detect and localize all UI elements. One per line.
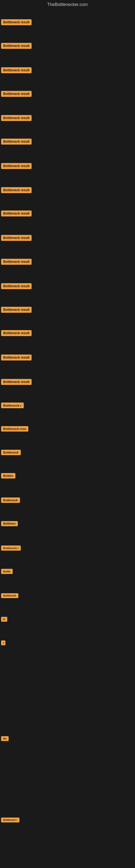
bottleneck-item-1[interactable]: Bottleneck result [1,19,32,26]
bottleneck-badge-17: Bottleneck r [1,403,24,408]
bottleneck-badge-14: Bottleneck result [1,330,32,336]
bottleneck-item-2[interactable]: Bottleneck result [1,43,32,50]
bottleneck-item-3[interactable]: Bottleneck result [1,67,32,74]
bottleneck-badge-11: Bottleneck result [1,259,32,265]
bottleneck-item-27[interactable]: I [1,641,5,646]
bottleneck-badge-3: Bottleneck result [1,67,32,73]
bottleneck-badge-7: Bottleneck result [1,163,32,169]
bottleneck-item-16[interactable]: Bottleneck result [1,379,32,386]
bottleneck-badge-2: Bottleneck result [1,43,32,49]
bottleneck-item-14[interactable]: Bottleneck result [1,330,32,337]
bottleneck-item-7[interactable]: Bottleneck result [1,163,32,170]
bottleneck-item-6[interactable]: Bottleneck result [1,138,32,146]
bottleneck-badge-12: Bottleneck result [1,283,32,289]
bottleneck-badge-13: Bottleneck result [1,307,32,313]
bottleneck-item-4[interactable]: Bottleneck result [1,91,32,98]
bottleneck-badge-9: Bottleneck result [1,211,32,216]
bottleneck-badge-19: Bottleneck [1,450,21,455]
bottleneck-badge-29: Bottleneck r [1,817,19,823]
bottleneck-badge-25: Bottleneck [1,593,18,598]
bottleneck-badge-20: Bottlen [1,473,15,478]
bottleneck-badge-5: Bottleneck result [1,115,32,121]
bottleneck-item-12[interactable]: Bottleneck result [1,283,32,290]
bottleneck-badge-18: Bottleneck resu [1,426,28,432]
bottleneck-item-9[interactable]: Bottleneck result [1,211,32,218]
bottleneck-item-19[interactable]: Bottleneck [1,450,21,456]
bottleneck-badge-15: Bottleneck result [1,354,32,361]
bottleneck-item-26[interactable]: B [1,617,7,623]
bottleneck-badge-22: Bottlenec [1,521,18,526]
bottleneck-item-5[interactable]: Bottleneck result [1,115,32,122]
bottleneck-item-21[interactable]: Bottleneck [1,497,20,504]
bottleneck-item-22[interactable]: Bottlenec [1,521,18,527]
bottleneck-badge-24: Bottle [1,569,13,574]
bottleneck-badge-8: Bottleneck result [1,187,32,193]
bottleneck-item-20[interactable]: Bottlen [1,473,15,479]
bottleneck-item-25[interactable]: Bottleneck [1,593,18,599]
site-title: TheBottlenecker.com [0,0,135,9]
bottleneck-badge-27: I [1,641,5,645]
bottleneck-item-13[interactable]: Bottleneck result [1,307,32,314]
bottleneck-badge-6: Bottleneck result [1,138,32,145]
bottleneck-badge-16: Bottleneck result [1,379,32,385]
bottleneck-badge-23: Bottleneck r [1,546,21,551]
bottleneck-item-23[interactable]: Bottleneck r [1,546,21,552]
bottleneck-item-11[interactable]: Bottleneck result [1,259,32,266]
bottleneck-item-28[interactable]: Bo [1,736,9,742]
bottleneck-item-15[interactable]: Bottleneck result [1,354,32,362]
bottleneck-item-8[interactable]: Bottleneck result [1,187,32,194]
bottleneck-badge-10: Bottleneck result [1,235,32,241]
bottleneck-badge-26: B [1,617,7,622]
bottleneck-item-10[interactable]: Bottleneck result [1,235,32,242]
bottleneck-badge-28: Bo [1,736,9,741]
bottleneck-badge-4: Bottleneck result [1,91,32,97]
bottleneck-item-24[interactable]: Bottle [1,569,13,575]
bottleneck-item-29[interactable]: Bottleneck r [1,817,19,824]
bottleneck-badge-1: Bottleneck result [1,19,32,25]
bottleneck-item-18[interactable]: Bottleneck resu [1,426,28,433]
bottleneck-badge-21: Bottleneck [1,497,20,503]
bottleneck-item-17[interactable]: Bottleneck r [1,403,24,409]
